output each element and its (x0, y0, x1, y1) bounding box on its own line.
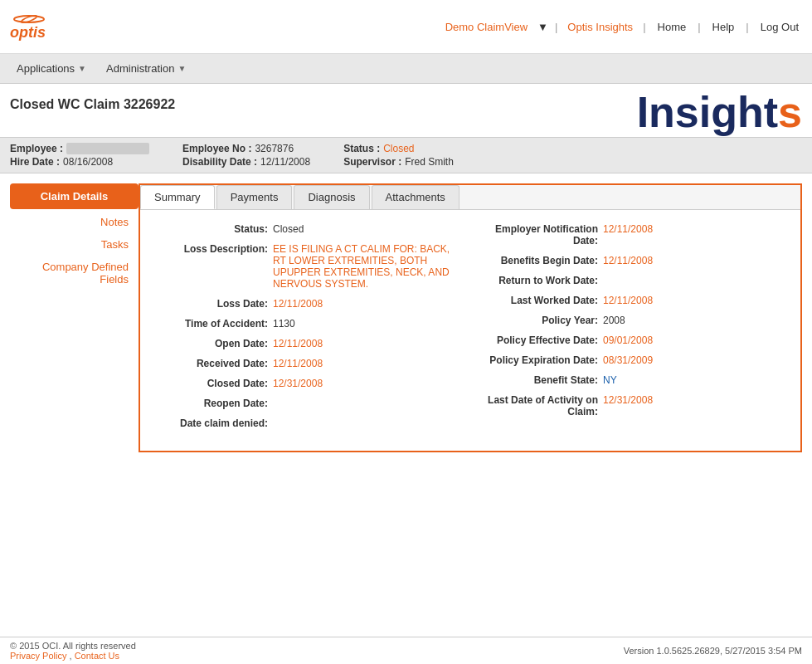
tab-attachments[interactable]: Attachments (372, 185, 459, 209)
insights-logo-orange: s (778, 88, 802, 136)
summary-open-date-value: 12/11/2008 (273, 338, 454, 349)
applications-menu[interactable]: Applications ▼ (7, 57, 96, 80)
separator-4: | (746, 21, 748, 33)
claim-info-col-1: Employee : Hire Date : 08/16/2008 (10, 143, 149, 168)
separator-1: | (555, 21, 557, 33)
summary-last-activity-label: Last Date of Activity on Claim: (487, 394, 603, 417)
tab-summary[interactable]: Summary (140, 185, 215, 209)
separator-2: | (643, 21, 645, 33)
notes-link[interactable]: Notes (10, 211, 139, 233)
summary-benefit-state-value: NY (603, 374, 784, 386)
summary-loss-date-row: Loss Date: 12/11/2008 (157, 298, 454, 310)
logout-link[interactable]: Log Out (756, 19, 804, 35)
main-content: Claim Details Notes Tasks Company Define… (0, 173, 812, 462)
page-footer: © 2015 OCI. All rights reserved Privacy … (0, 637, 812, 664)
summary-return-work-row: Return to Work Date: (487, 275, 784, 286)
administration-arrow: ▼ (177, 64, 186, 73)
top-nav-links: Demo ClaimView ▼ | Optis Insights | Home… (442, 19, 804, 35)
summary-employer-notif-row: Employer Notification Date: 12/11/2008 (487, 223, 784, 247)
summary-loss-desc-row: Loss Description: EE IS FILING A CT CALI… (157, 243, 454, 290)
summary-benefits-begin-label: Benefits Begin Date: (487, 255, 603, 266)
supervisor-value: Fred Smith (405, 156, 454, 168)
summary-reopen-date-row: Reopen Date: (157, 398, 454, 409)
tabs-bar: Summary Payments Diagnosis Attachments (140, 185, 800, 210)
summary-time-accident-label: Time of Accident: (157, 318, 273, 330)
employee-no-row: Employee No : 3267876 (182, 143, 310, 154)
svg-text:optis: optis (10, 24, 46, 41)
page-header: Closed WC Claim 3226922 Insights (0, 84, 812, 137)
status-value: Closed (383, 143, 414, 154)
summary-policy-year-label: Policy Year: (487, 315, 603, 326)
hire-date-label: Hire Date : (10, 156, 60, 168)
administration-menu[interactable]: Administration ▼ (96, 57, 196, 80)
summary-left-col: Status: Closed Loss Description: EE IS F… (157, 223, 454, 437)
supervisor-label: Supervisor : (343, 156, 401, 168)
employee-value (66, 143, 149, 154)
tab-diagnosis[interactable]: Diagnosis (294, 185, 369, 209)
summary-loss-desc-label: Loss Description: (157, 243, 273, 255)
summary-benefits-begin-row: Benefits Begin Date: 12/11/2008 (487, 255, 784, 266)
summary-policy-eff-label: Policy Effective Date: (487, 334, 603, 346)
summary-open-date-row: Open Date: 12/11/2008 (157, 338, 454, 349)
summary-loss-date-value: 12/11/2008 (273, 298, 454, 310)
summary-status-value: Closed (273, 223, 454, 235)
contact-us-link[interactable]: Contact Us (75, 651, 119, 661)
top-navigation: optis Demo ClaimView ▼ | Optis Insights … (0, 0, 812, 54)
footer-left: © 2015 OCI. All rights reserved Privacy … (10, 641, 136, 661)
summary-employer-notif-value: 12/11/2008 (603, 223, 784, 235)
demo-claimview-link[interactable]: Demo ClaimView (442, 19, 531, 35)
summary-reopen-date-label: Reopen Date: (157, 398, 273, 409)
summary-right-col: Employer Notification Date: 12/11/2008 B… (487, 223, 784, 437)
summary-received-date-row: Received Date: 12/11/2008 (157, 358, 454, 369)
insights-logo: Insights (637, 90, 802, 134)
summary-policy-eff-row: Policy Effective Date: 09/01/2008 (487, 334, 784, 346)
summary-benefit-state-row: Benefit State: NY (487, 374, 784, 386)
supervisor-row: Supervisor : Fred Smith (343, 156, 454, 168)
summary-last-worked-label: Last Worked Date: (487, 295, 603, 306)
help-link[interactable]: Help (707, 19, 740, 35)
employee-no-value: 3267876 (255, 143, 294, 154)
separator-3: | (698, 21, 700, 33)
summary-received-date-value: 12/11/2008 (273, 358, 454, 369)
hire-date-value: 08/16/2008 (63, 156, 113, 168)
disability-date-value: 12/11/2008 (260, 156, 310, 168)
home-link[interactable]: Home (653, 19, 692, 35)
summary-claim-denied-label: Date claim denied: (157, 417, 273, 429)
claim-info-bar: Employee : Hire Date : 08/16/2008 Employ… (0, 137, 812, 173)
claim-info-col-3: Status : Closed Supervisor : Fred Smith (343, 143, 454, 168)
tasks-link[interactable]: Tasks (10, 233, 139, 256)
applications-arrow: ▼ (78, 64, 86, 73)
summary-policy-year-row: Policy Year: 2008 (487, 315, 784, 326)
summary-time-accident-value: 1130 (273, 318, 454, 330)
summary-benefit-state-label: Benefit State: (487, 374, 603, 386)
right-content-panel: Summary Payments Diagnosis Attachments S… (139, 183, 802, 452)
summary-status-row: Status: Closed (157, 223, 454, 235)
summary-received-date-label: Received Date: (157, 358, 273, 369)
summary-policy-year-value: 2008 (603, 315, 784, 326)
summary-open-date-label: Open Date: (157, 338, 273, 349)
summary-benefits-begin-value: 12/11/2008 (603, 255, 784, 266)
summary-loss-desc-value: EE IS FILING A CT CALIM FOR: BACK, RT LO… (273, 243, 454, 290)
employee-no-label: Employee No : (182, 143, 251, 154)
privacy-policy-link[interactable]: Privacy Policy (10, 651, 66, 661)
hire-date-row: Hire Date : 08/16/2008 (10, 156, 149, 168)
summary-closed-date-label: Closed Date: (157, 378, 273, 389)
summary-policy-eff-value: 09/01/2008 (603, 334, 784, 346)
dropdown-arrow-claimview: ▼ (537, 21, 548, 33)
summary-employer-notif-label: Employer Notification Date: (487, 223, 603, 247)
app-navigation: Applications ▼ Administration ▼ (0, 54, 812, 84)
copyright-text: © 2015 OCI. All rights reserved (10, 641, 136, 651)
summary-grid: Status: Closed Loss Description: EE IS F… (157, 223, 784, 437)
summary-last-worked-value: 12/11/2008 (603, 295, 784, 306)
tab-payments[interactable]: Payments (216, 185, 293, 209)
summary-policy-exp-label: Policy Expiration Date: (487, 354, 603, 366)
summary-last-activity-value: 12/31/2008 (603, 394, 784, 406)
employee-label: Employee : (10, 143, 63, 154)
administration-label: Administration (106, 62, 174, 75)
version-text: Version 1.0.5625.26829, 5/27/2015 3:54 P… (624, 646, 802, 656)
company-defined-fields-link[interactable]: Company Defined Fields (10, 256, 139, 290)
claim-details-button[interactable]: Claim Details (10, 183, 139, 209)
footer-links: Privacy Policy , Contact Us (10, 651, 136, 661)
optis-insights-link[interactable]: Optis Insights (564, 19, 636, 35)
disability-date-label: Disability Date : (182, 156, 257, 168)
